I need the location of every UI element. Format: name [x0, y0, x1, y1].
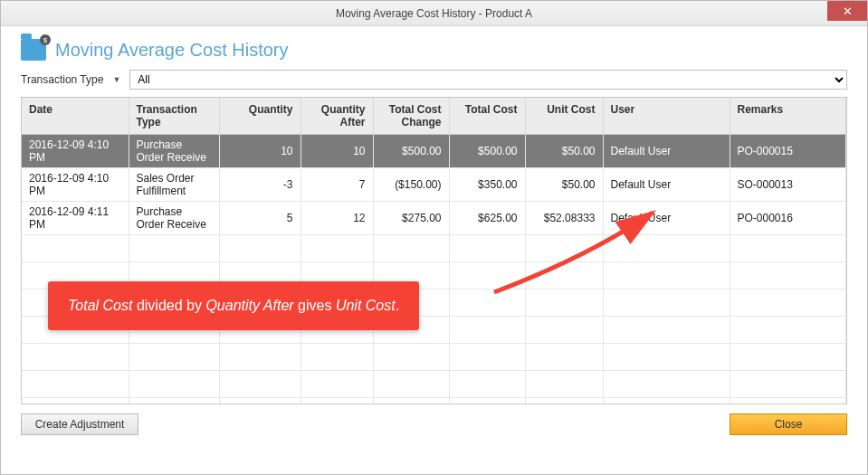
cell-cost-change: $500.00	[373, 135, 449, 168]
dollar-badge-icon: $	[40, 34, 51, 45]
cell-empty	[22, 344, 129, 371]
col-type[interactable]: Transaction Type	[129, 98, 219, 135]
col-remarks[interactable]: Remarks	[730, 98, 846, 135]
cell-cost-change: ($150.00)	[373, 168, 449, 202]
cell-total-cost: $350.00	[449, 168, 525, 202]
cell-empty	[525, 290, 603, 317]
close-button[interactable]: Close	[730, 413, 847, 435]
cell-unit-cost: $50.00	[525, 168, 603, 202]
button-row: Create Adjustment Close	[21, 413, 847, 435]
table-row[interactable]: 2016-12-09 4:10 PMSales Order Fulfillmen…	[22, 168, 846, 202]
col-total-cost[interactable]: Total Cost	[449, 98, 525, 135]
window-title: Moving Average Cost History - Product A	[336, 7, 532, 20]
cell-empty	[603, 398, 730, 405]
cell-qty: 5	[219, 202, 300, 235]
cell-type: Sales Order Fulfillment	[129, 168, 219, 202]
cell-remarks: PO-000015	[730, 135, 846, 168]
cell-user: Default User	[603, 202, 730, 235]
cell-empty	[373, 344, 449, 371]
cell-type: Purchase Order Receive	[129, 135, 219, 168]
cell-type: Purchase Order Receive	[129, 202, 219, 235]
cell-empty	[219, 344, 300, 371]
col-date[interactable]: Date	[22, 98, 129, 135]
cell-user: Default User	[603, 135, 730, 168]
cell-empty	[449, 290, 525, 317]
cell-total-cost: $500.00	[449, 135, 525, 168]
cell-empty	[525, 371, 603, 398]
cell-unit-cost: $50.00	[525, 135, 603, 168]
close-icon: ✕	[843, 5, 853, 18]
cell-empty	[129, 344, 219, 371]
cell-date: 2016-12-09 4:10 PM	[22, 168, 129, 202]
cell-empty	[525, 235, 603, 262]
cell-empty	[730, 317, 846, 344]
cell-empty	[373, 235, 449, 262]
cell-empty	[449, 317, 525, 344]
col-qty-after[interactable]: Quantity After	[300, 98, 373, 135]
cell-empty	[300, 344, 373, 371]
cell-empty	[603, 235, 730, 262]
table-header-row: Date Transaction Type Quantity Quantity …	[22, 98, 846, 135]
cell-unit-cost: $52.08333	[525, 202, 603, 235]
cell-qty-after: 10	[300, 135, 373, 168]
create-adjustment-button[interactable]: Create Adjustment	[21, 413, 138, 435]
cell-empty	[730, 262, 846, 290]
chevron-down-icon[interactable]: ▼	[109, 75, 124, 84]
cell-empty	[300, 398, 373, 405]
cell-empty	[603, 290, 730, 317]
cell-empty	[22, 371, 129, 398]
cell-user: Default User	[603, 168, 730, 202]
cell-empty	[525, 317, 603, 344]
col-unit-cost[interactable]: Unit Cost	[525, 98, 603, 135]
cell-empty	[449, 262, 525, 290]
cell-date: 2016-12-09 4:11 PM	[22, 202, 129, 235]
cell-empty	[730, 344, 846, 371]
cell-empty	[525, 344, 603, 371]
cost-history-grid[interactable]: Date Transaction Type Quantity Quantity …	[21, 97, 847, 404]
cell-empty	[449, 398, 525, 405]
cell-empty	[300, 371, 373, 398]
table-row-empty	[22, 344, 846, 371]
cell-empty	[219, 398, 300, 405]
cell-remarks: PO-000016	[730, 202, 846, 235]
cell-empty	[219, 371, 300, 398]
cell-empty	[300, 235, 373, 262]
cell-empty	[525, 398, 603, 405]
cell-empty	[129, 371, 219, 398]
cell-empty	[373, 371, 449, 398]
cell-empty	[603, 317, 730, 344]
cell-qty-after: 12	[300, 202, 373, 235]
page-title: Moving Average Cost History	[55, 40, 289, 61]
cell-empty	[603, 344, 730, 371]
table-row[interactable]: 2016-12-09 4:11 PMPurchase Order Receive…	[22, 202, 846, 235]
annotation-text: Total Cost divided by Quantity After giv…	[68, 298, 399, 313]
cell-empty	[219, 235, 300, 262]
table-row-empty	[22, 235, 846, 262]
cell-empty	[525, 262, 603, 290]
annotation-callout: Total Cost divided by Quantity After giv…	[48, 281, 419, 330]
transaction-type-label: Transaction Type	[21, 73, 103, 86]
col-qty[interactable]: Quantity	[219, 98, 300, 135]
cell-empty	[129, 398, 219, 405]
cell-empty	[603, 371, 730, 398]
window-close-button[interactable]: ✕	[827, 1, 867, 21]
cell-total-cost: $625.00	[449, 202, 525, 235]
cell-empty	[730, 398, 846, 405]
transaction-type-select[interactable]: All	[129, 70, 847, 90]
cell-empty	[730, 235, 846, 262]
table-row-empty	[22, 398, 846, 405]
table-row[interactable]: 2016-12-09 4:10 PMPurchase Order Receive…	[22, 135, 846, 168]
title-bar: Moving Average Cost History - Product A …	[1, 1, 867, 26]
cell-remarks: SO-000013	[730, 168, 846, 202]
col-cost-change[interactable]: Total Cost Change	[373, 98, 449, 135]
folder-dollar-icon: $	[21, 39, 46, 61]
cell-qty-after: 7	[300, 168, 373, 202]
cell-date: 2016-12-09 4:10 PM	[22, 135, 129, 168]
cell-empty	[22, 398, 129, 405]
cell-empty	[730, 371, 846, 398]
cell-empty	[449, 344, 525, 371]
cell-empty	[603, 262, 730, 290]
cell-qty: -3	[219, 168, 300, 202]
filter-row: Transaction Type ▼ All	[21, 70, 847, 90]
col-user[interactable]: User	[603, 98, 730, 135]
